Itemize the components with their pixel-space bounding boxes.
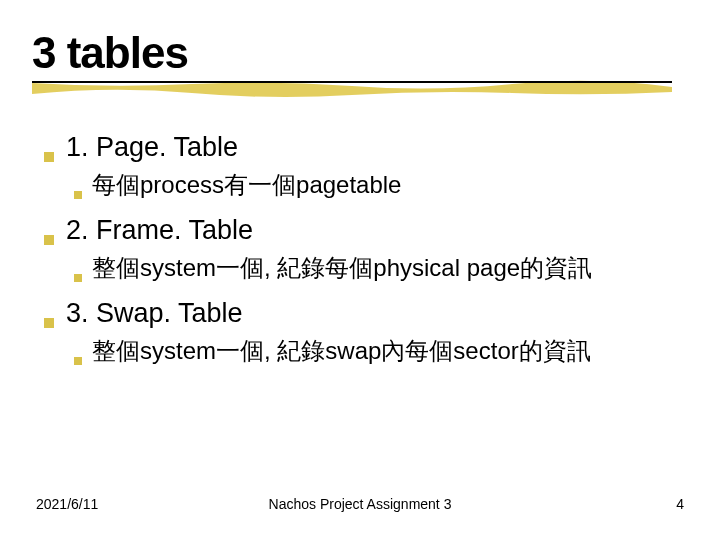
slide-title: 3 tables: [32, 28, 688, 78]
bullet-icon: [44, 152, 54, 162]
content-area: 1. Page. Table 每個process有一個pagetable 2. …: [32, 132, 688, 367]
brush-underline-icon: [32, 80, 672, 98]
list-subitem: 整個system一個, 紀錄swap內每個sector的資訊: [74, 335, 688, 367]
bullet-icon: [74, 191, 82, 199]
item-heading: 1. Page. Table: [66, 132, 238, 163]
list-subitem: 每個process有一個pagetable: [74, 169, 688, 201]
list-item: 1. Page. Table: [44, 132, 688, 163]
bullet-icon: [44, 235, 54, 245]
item-heading: 3. Swap. Table: [66, 298, 243, 329]
title-underline: [32, 80, 688, 98]
footer-page: 4: [676, 496, 684, 512]
list-item: 3. Swap. Table: [44, 298, 688, 329]
list-item: 2. Frame. Table: [44, 215, 688, 246]
slide: 3 tables 1. Page. Table 每個process有一個page…: [0, 0, 720, 540]
bullet-icon: [74, 357, 82, 365]
list-subitem: 整個system一個, 紀錄每個physical page的資訊: [74, 252, 688, 284]
item-heading: 2. Frame. Table: [66, 215, 253, 246]
item-sub: 每個process有一個pagetable: [92, 169, 401, 201]
bullet-icon: [74, 274, 82, 282]
footer-title: Nachos Project Assignment 3: [269, 496, 452, 512]
footer-date: 2021/6/11: [36, 496, 98, 512]
item-sub: 整個system一個, 紀錄每個physical page的資訊: [92, 252, 592, 284]
item-sub: 整個system一個, 紀錄swap內每個sector的資訊: [92, 335, 591, 367]
footer: 2021/6/11 Nachos Project Assignment 3 4: [0, 496, 720, 512]
bullet-icon: [44, 318, 54, 328]
